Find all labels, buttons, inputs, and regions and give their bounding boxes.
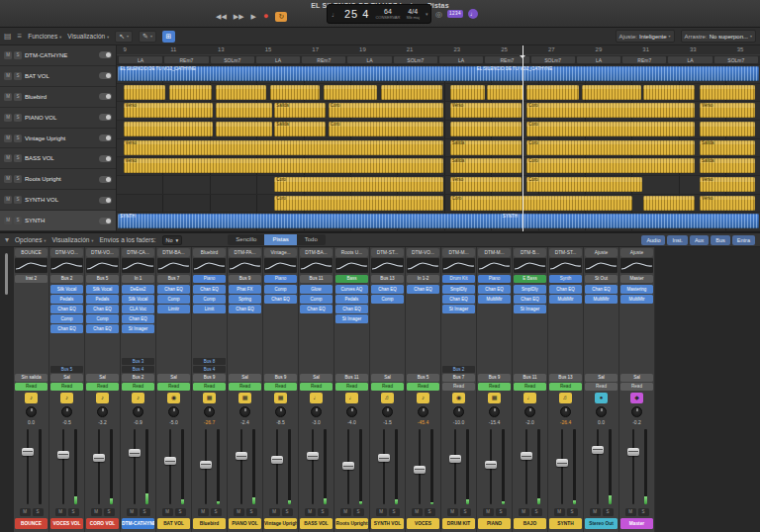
insert-comp[interactable]: Comp (50, 314, 83, 323)
ruler-bar-19[interactable]: 19 (359, 46, 366, 52)
fader-thumb[interactable] (200, 461, 212, 469)
region[interactable] (700, 85, 755, 100)
solo-button[interactable]: S (246, 508, 257, 516)
region-verso[interactable]: Verso (124, 158, 444, 173)
track-lane[interactable] (117, 84, 760, 103)
insert-comp[interactable]: Comp (86, 314, 119, 323)
play-button[interactable]: ▶ (251, 11, 256, 22)
channel-setting-button[interactable]: DTM-BA... (157, 248, 190, 257)
output-slot[interactable]: Sal (371, 374, 404, 382)
mute-button[interactable]: M (4, 134, 12, 142)
pan-knob[interactable] (26, 406, 37, 417)
fader-thumb[interactable] (521, 452, 532, 460)
mute-button[interactable]: M (4, 154, 12, 162)
region-salida[interactable]: Salida (274, 103, 326, 118)
insert-pedals[interactable]: Pedals (50, 295, 83, 304)
solo-button[interactable]: S (33, 508, 44, 516)
fader-thumb[interactable] (307, 452, 319, 460)
solo-button[interactable]: S (211, 508, 222, 516)
pan-knob[interactable] (418, 406, 428, 417)
mixer-filter-entra[interactable]: Entra (732, 235, 755, 245)
ruler-bar-13[interactable]: 13 (218, 46, 225, 52)
region[interactable] (700, 122, 755, 136)
automation-mode-button[interactable]: Read (514, 383, 546, 391)
send-slot[interactable]: Bus 5 (50, 366, 83, 373)
insert-mastering[interactable]: Mastering (620, 285, 653, 294)
volume-fader[interactable] (370, 426, 405, 507)
region[interactable] (381, 85, 442, 100)
mute-button[interactable]: M (4, 114, 12, 122)
chord-chip[interactable]: SOLm7 (714, 56, 758, 63)
channel-setting-button[interactable]: Ajuste (585, 248, 618, 257)
channel-setting-button[interactable]: DTM-BA... (300, 248, 332, 257)
pan-knob[interactable] (453, 406, 464, 417)
pan-knob[interactable] (275, 406, 286, 417)
mute-button[interactable]: M (519, 508, 529, 516)
region-verso[interactable]: Verso (700, 177, 755, 192)
pan-knob[interactable] (524, 406, 535, 417)
region[interactable] (526, 85, 579, 100)
send-slot[interactable]: Bus 4 (193, 366, 226, 373)
track-on-toggle[interactable] (99, 72, 112, 79)
region[interactable] (124, 122, 213, 136)
chord-chip[interactable]: SOLm7 (394, 56, 437, 63)
channel-name[interactable]: VOCES VOL (50, 518, 83, 529)
insert-st-imager[interactable]: St Imager (335, 314, 368, 323)
output-slot[interactable]: Bus 9 (264, 374, 297, 382)
fader-thumb[interactable] (485, 461, 497, 469)
automation-mode-button[interactable]: Read (371, 383, 404, 391)
ruler-bar-17[interactable]: 17 (312, 46, 319, 52)
fader-thumb[interactable] (57, 451, 69, 459)
cmd-click-tool-select[interactable]: ✎ ▾ (139, 31, 156, 43)
output-slot[interactable]: Bus 9 (193, 374, 226, 382)
channel-setting-button[interactable]: DTM-VO... (86, 248, 119, 257)
pan-knob[interactable] (311, 406, 322, 417)
ruler-bar-29[interactable]: 29 (596, 46, 603, 52)
insert-spring[interactable]: Spring (229, 295, 261, 304)
volume-fader[interactable] (263, 426, 298, 507)
mute-button[interactable]: M (4, 93, 12, 101)
solo-button[interactable]: S (531, 508, 542, 516)
insert-chan-eq[interactable]: Chan EQ (585, 285, 618, 294)
channel-name[interactable]: PIANO (478, 518, 511, 529)
output-slot[interactable]: Sal (157, 374, 190, 382)
eq-thumbnail[interactable] (50, 258, 83, 273)
forward-button[interactable]: ▶▶ (234, 11, 244, 22)
output-slot[interactable]: Sal (620, 374, 653, 382)
chord-chip[interactable]: LA (256, 56, 300, 63)
input-slot[interactable]: Bus 9 (229, 275, 261, 283)
output-slot[interactable]: Bus 13 (549, 374, 582, 382)
solo-button[interactable]: S (353, 508, 364, 516)
channel-setting-button[interactable]: DTM-B... (514, 248, 546, 257)
output-slot[interactable]: Sin salida (15, 374, 48, 382)
input-slot[interactable]: In 1-2 (407, 275, 439, 283)
region-coro[interactable]: Coro (450, 196, 633, 211)
eq-thumbnail[interactable] (335, 258, 368, 273)
chord-chip[interactable]: LA (347, 56, 391, 63)
insert-chan-eq[interactable]: Chan EQ (549, 285, 582, 294)
track-header-bass-vol[interactable]: MSBASS VOL (0, 148, 116, 169)
mute-button[interactable]: M (625, 508, 636, 516)
ruler-bar-33[interactable]: 33 (690, 46, 697, 52)
channel-name[interactable]: BOUNCE (15, 518, 48, 529)
eq-thumbnail[interactable] (86, 258, 119, 273)
channel-name[interactable]: SYNTH VOL (371, 518, 404, 529)
solo-button[interactable]: S (14, 134, 22, 142)
input-slot[interactable]: E Bass (514, 275, 546, 283)
insert-chan-eq[interactable]: Chan EQ (229, 305, 261, 313)
tuner-icon[interactable]: ◎ (435, 10, 442, 19)
automation-mode-button[interactable]: Read (478, 383, 511, 391)
solo-button[interactable]: S (14, 154, 22, 162)
channel-setting-button[interactable]: DTM-CA... (122, 248, 154, 257)
insert-chan-eq[interactable]: Chan EQ (335, 305, 368, 313)
fader-thumb[interactable] (236, 452, 247, 460)
mute-button[interactable]: M (4, 175, 12, 183)
automation-mode-button[interactable]: Read (264, 383, 297, 391)
channel-setting-button[interactable]: DTM-PA... (229, 248, 261, 257)
insert-comp[interactable]: Comp (371, 295, 404, 304)
insert-multimtr[interactable]: MultiMtr (549, 295, 582, 304)
track-lane[interactable]: VersoSalidaCoroVersoCoroVerso (117, 102, 760, 121)
region[interactable] (324, 85, 376, 100)
solo-button[interactable]: S (104, 508, 115, 516)
region[interactable] (270, 85, 321, 100)
